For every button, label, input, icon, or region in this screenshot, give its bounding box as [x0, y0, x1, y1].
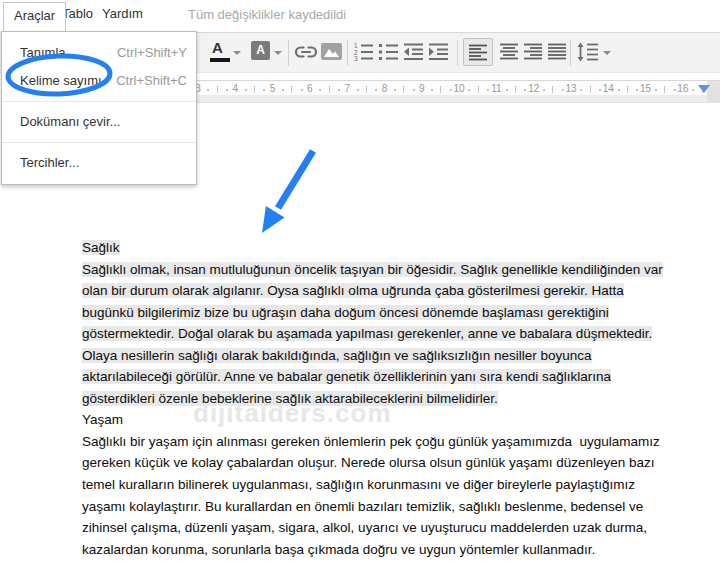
menu-item-dokümanı-çevir[interactable]: Dokümanı çevir... [2, 108, 196, 136]
document-text-line[interactable]: yaşamı kolaylaştırır. Bu kurallardan en … [82, 496, 663, 518]
insert-link-button[interactable] [293, 38, 319, 66]
document-text-line[interactable]: Sağlıklı bir yaşam için alınması gereken… [82, 431, 663, 453]
align-right-button[interactable] [521, 38, 547, 66]
ruler-tick [580, 89, 582, 91]
document-text-line[interactable]: olan bir durum olarak algılanır. Oysa sa… [82, 280, 663, 302]
text-color-swatch [210, 58, 230, 62]
justify-button[interactable] [545, 38, 571, 66]
toolbar-divider [457, 40, 458, 66]
document-text-line[interactable]: bugünkü bilgilerimiz bize bu uğraşın dah… [82, 302, 663, 324]
chevron-down-icon[interactable] [274, 51, 282, 55]
menubar-item-help[interactable]: Yardım [102, 6, 143, 21]
ruler-tick [627, 86, 628, 93]
text: Yaşam [82, 412, 123, 427]
align-left-icon [469, 44, 487, 61]
selected-text: göstermektedir. Doğal olarak bu aşamada … [82, 326, 652, 341]
right-indent-marker[interactable] [698, 85, 710, 93]
menu-item-label: Tanımla... [20, 45, 76, 60]
menu-separator [2, 142, 196, 143]
ruler-number: 15 [638, 83, 654, 94]
decrease-indent-icon [403, 42, 424, 62]
ruler-number: 4 [227, 83, 243, 94]
image-icon [321, 43, 342, 60]
document-text-line[interactable]: Sağlıklı olmak, insan mutluluğunun öncel… [82, 259, 663, 281]
selected-text: Sağlık [82, 240, 120, 255]
line-spacing-button[interactable] [576, 38, 612, 66]
justify-icon [548, 43, 566, 60]
document-text-area[interactable]: SağlıkSağlıklı olmak, insan mutluluğunun… [82, 237, 663, 560]
text-color-icon: A [212, 39, 223, 56]
save-status-text: Tüm değişiklikler kaydedildi [188, 7, 346, 22]
document-text-line[interactable]: Yaşam [82, 409, 663, 431]
link-icon [294, 44, 318, 60]
ruler-tick [207, 89, 209, 91]
document-text-line[interactable]: göstermektedir. Doğal olarak bu aşamada … [82, 323, 663, 345]
line-spacing-icon [577, 42, 599, 62]
ruler-tick [692, 89, 694, 91]
document-text-line[interactable]: kazalardan korunma, sorunlarla başa çıkm… [82, 539, 663, 561]
ruler-tick [282, 89, 284, 91]
ruler-tick [217, 86, 218, 93]
menu-item-tanımla[interactable]: Ctrl+Shift+YTanımla... [2, 39, 196, 67]
text-color-button[interactable]: A [205, 38, 243, 66]
ruler-number: 8 [377, 83, 393, 94]
menu-item-label: Tercihler... [20, 155, 79, 170]
ruler-tick [552, 86, 553, 93]
ruler-number: 5 [265, 83, 281, 94]
menu-item-shortcut: Ctrl+Shift+Y [117, 39, 187, 67]
document-text-line[interactable]: zihinsel çalışma, düzenli yaşam, sigara,… [82, 517, 663, 539]
svg-text:3: 3 [354, 55, 358, 62]
document-text-line[interactable]: aktarılabileceği görülür. Anne ve babala… [82, 366, 663, 388]
text: kazalardan korunma, sorunlarla başa çıkm… [82, 542, 595, 557]
document-text-line[interactable]: temel kuralların bilinerek uygulanması, … [82, 474, 663, 496]
ruler-number: 3 [196, 83, 206, 94]
ruler-tick [403, 86, 404, 93]
document-text-line[interactable]: gereken küçük ve kolay çabalardan oluşur… [82, 452, 663, 474]
ruler-tick [394, 89, 396, 91]
ruler-number: 10 [451, 83, 467, 94]
ruler-tick [357, 89, 359, 91]
ruler-tick [543, 89, 545, 91]
insert-image-button[interactable] [320, 38, 344, 66]
ruler-number: 6 [302, 83, 318, 94]
chevron-down-icon[interactable] [233, 51, 241, 55]
ruler-tick [468, 89, 470, 91]
menu-item-tercihler[interactable]: Tercihler... [2, 149, 196, 177]
decrease-indent-button[interactable] [402, 38, 426, 66]
align-center-button[interactable] [497, 38, 523, 66]
ruler-tick [366, 86, 367, 93]
menubar-item-table[interactable]: Tablo [62, 6, 93, 21]
text: Sağlıklı bir yaşam için alınması gereken… [82, 434, 660, 449]
bulleted-list-icon [378, 42, 399, 62]
menu-item-kelime-sayımı[interactable]: Ctrl+Shift+CKelime sayımı [2, 67, 196, 95]
selected-text: gösterdikleri özenle bebeklerine sağlık … [82, 391, 498, 406]
numbered-list-icon: 123 [353, 42, 374, 62]
ruler-number: 9 [414, 83, 430, 94]
highlight-color-button[interactable]: A [247, 38, 283, 66]
document-text-line[interactable]: gösterdikleri özenle bebeklerine sağlık … [82, 388, 663, 410]
text: temel kuralların bilinerek uygulanması, … [82, 477, 635, 492]
selected-text: aktarılabileceği görülür. Anne ve babala… [82, 369, 611, 384]
horizontal-ruler: 345678910111213141516 [196, 80, 720, 95]
toolbar-divider [288, 40, 289, 66]
document-text-line[interactable]: Olaya nesillerin sağlığı olarak bakıldığ… [82, 345, 663, 367]
text: zihinsel çalışma, düzenli yaşam, sigara,… [82, 520, 647, 535]
selected-text: olan bir durum olarak algılanır. Oysa sa… [82, 283, 624, 298]
bulleted-list-button[interactable] [377, 38, 401, 66]
ruler-tick [431, 89, 433, 91]
document-text-line[interactable]: Sağlık [82, 237, 663, 259]
ruler-number: 14 [600, 83, 616, 94]
ruler-tick [506, 89, 508, 91]
selected-text: Olaya nesillerin sağlığı olarak bakıldığ… [82, 348, 592, 363]
annotation-arrow [245, 140, 325, 245]
ruler-number: 12 [526, 83, 542, 94]
increase-indent-button[interactable] [427, 38, 451, 66]
ruler-number: 7 [339, 83, 355, 94]
numbered-list-button[interactable]: 123 [352, 38, 376, 66]
ruler-number: 11 [488, 83, 504, 94]
ruler-tick [515, 86, 516, 93]
highlight-color-icon: A [251, 41, 270, 60]
chevron-down-icon[interactable] [603, 51, 611, 55]
align-left-button[interactable] [463, 38, 493, 66]
toolbar-divider [347, 40, 348, 66]
